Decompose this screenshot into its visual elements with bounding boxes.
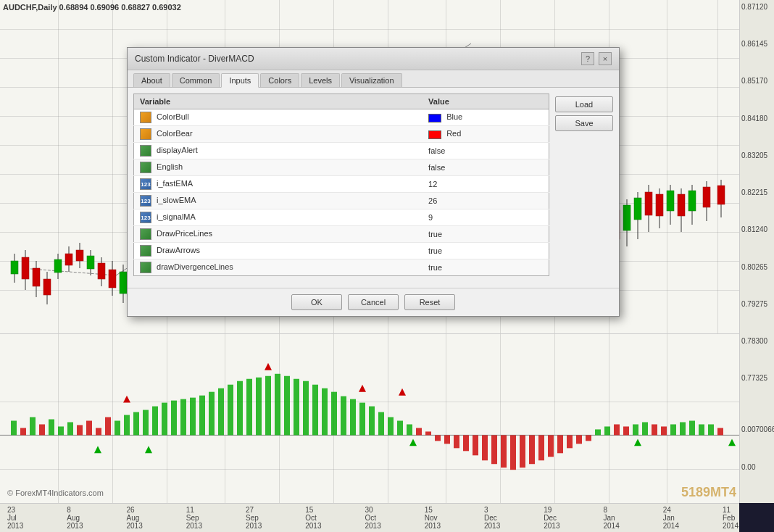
x-label-3: 26 Aug 2013 (127, 506, 143, 530)
table-row[interactable]: ColorBull Blue (134, 109, 549, 126)
y-axis-label-7: 0.81240 (741, 225, 773, 233)
row-value[interactable]: Blue (423, 109, 549, 126)
table-row[interactable]: 123 i_signalMA 9 (134, 209, 549, 226)
tabs-bar: About Common Inputs Colors Levels Visual… (128, 70, 619, 88)
svg-rect-135 (20, 428, 26, 435)
tab-inputs[interactable]: Inputs (221, 73, 259, 88)
svg-rect-206 (689, 420, 695, 435)
color-swatch-bull (428, 114, 441, 122)
y-axis-label-11: 0.77325 (741, 374, 773, 382)
tab-about[interactable]: About (133, 73, 170, 87)
svg-rect-150 (162, 403, 167, 436)
svg-rect-163 (284, 376, 290, 436)
svg-rect-155 (209, 392, 215, 436)
x-label-11: 8 Jan 2014 (604, 506, 620, 530)
watermark: © ForexMT4Indicators.com (7, 489, 104, 497)
x-label-5: 27 Sep 2013 (246, 506, 262, 530)
svg-rect-202 (652, 424, 657, 435)
svg-rect-18 (87, 256, 94, 269)
table-row[interactable]: displayAlert false (134, 143, 549, 159)
svg-rect-181 (454, 435, 459, 448)
svg-rect-170 (350, 399, 356, 436)
svg-rect-171 (359, 403, 365, 436)
y-axis-label-10: 0.78300 (741, 337, 773, 345)
svg-rect-177 (416, 428, 422, 435)
svg-rect-180 (444, 435, 450, 444)
x-label-2: 8 Aug 2013 (67, 506, 83, 530)
svg-rect-172 (369, 407, 375, 436)
svg-rect-141 (77, 425, 83, 435)
dialog-help-button[interactable]: ? (581, 52, 594, 65)
svg-rect-120 (645, 192, 652, 215)
svg-rect-145 (115, 420, 120, 435)
row-variable: 123 i_signalMA (134, 209, 423, 226)
svg-rect-168 (331, 392, 337, 436)
cancel-button[interactable]: Cancel (348, 294, 399, 310)
table-row[interactable]: DrawArrows true (134, 243, 549, 259)
svg-rect-183 (473, 435, 478, 455)
dialog-close-button[interactable]: × (599, 52, 612, 65)
table-row[interactable]: 123 i_slowEMA 26 (134, 193, 549, 209)
tab-visualization[interactable]: Visualization (341, 73, 402, 87)
svg-rect-189 (529, 435, 535, 464)
dialog-title: Custom Indicator - DiverMACD (135, 54, 254, 64)
num-signal-ma-icon: 123 (140, 212, 151, 223)
table-row[interactable]: drawDivergenceLines true (134, 259, 549, 276)
svg-rect-184 (482, 435, 488, 460)
svg-rect-196 (595, 429, 601, 435)
x-label-7: 30 Oct 2013 (365, 506, 381, 530)
table-row[interactable]: DrawPriceLines true (134, 226, 549, 243)
dialog-window-controls: ? × (581, 52, 612, 65)
svg-rect-204 (670, 424, 676, 435)
bool-draw-price-lines-icon (140, 228, 151, 240)
table-row[interactable]: ColorBear Red (134, 126, 549, 143)
row-value: false (423, 159, 549, 176)
color-swatch-bear (428, 130, 441, 139)
svg-rect-142 (86, 420, 92, 435)
svg-rect-200 (633, 424, 638, 435)
reset-button[interactable]: Reset (404, 294, 455, 310)
svg-rect-195 (586, 435, 591, 441)
svg-rect-16 (76, 250, 83, 261)
table-row[interactable]: 123 i_fastEMA 12 (134, 176, 549, 193)
svg-rect-139 (58, 426, 64, 435)
save-button[interactable]: Save (555, 115, 613, 131)
svg-rect-182 (463, 435, 469, 451)
num-slow-ema-icon: 123 (140, 195, 151, 207)
svg-rect-205 (680, 422, 686, 435)
svg-rect-203 (661, 426, 667, 435)
svg-rect-191 (548, 435, 554, 457)
svg-rect-165 (303, 381, 309, 436)
svg-rect-167 (322, 388, 328, 436)
svg-rect-185 (491, 435, 497, 464)
svg-rect-137 (39, 424, 45, 435)
svg-rect-149 (152, 407, 158, 436)
tab-levels[interactable]: Levels (301, 73, 340, 87)
tab-colors[interactable]: Colors (260, 73, 299, 87)
y-axis-label-9: 0.79275 (741, 300, 773, 308)
svg-rect-126 (678, 194, 685, 216)
y-axis: 0.87120 0.86145 0.85170 0.84180 0.83205 … (739, 0, 774, 503)
table-row[interactable]: English false (134, 159, 549, 176)
svg-rect-143 (96, 428, 101, 435)
y-axis-label-8: 0.80265 (741, 263, 773, 271)
ok-button[interactable]: OK (291, 294, 342, 310)
svg-rect-12 (54, 259, 62, 273)
chart-title: AUDCHF,Daily 0.68894 0.69096 0.68827 0.6… (3, 3, 181, 12)
svg-rect-194 (576, 435, 582, 444)
svg-rect-154 (199, 396, 205, 436)
y-axis-label-2: 0.86145 (741, 40, 773, 48)
row-value: true (423, 226, 549, 243)
svg-rect-179 (435, 435, 441, 441)
row-variable: ColorBull (134, 109, 423, 126)
svg-rect-158 (237, 381, 243, 436)
load-button[interactable]: Load (555, 96, 613, 112)
svg-marker-218 (728, 439, 736, 446)
row-value[interactable]: Red (423, 126, 549, 143)
svg-rect-152 (180, 399, 186, 436)
bool-display-alert-icon (140, 145, 151, 157)
y-axis-label-4: 0.84180 (741, 115, 773, 122)
svg-rect-116 (623, 205, 631, 230)
tab-common[interactable]: Common (172, 73, 220, 87)
svg-rect-190 (538, 435, 544, 460)
